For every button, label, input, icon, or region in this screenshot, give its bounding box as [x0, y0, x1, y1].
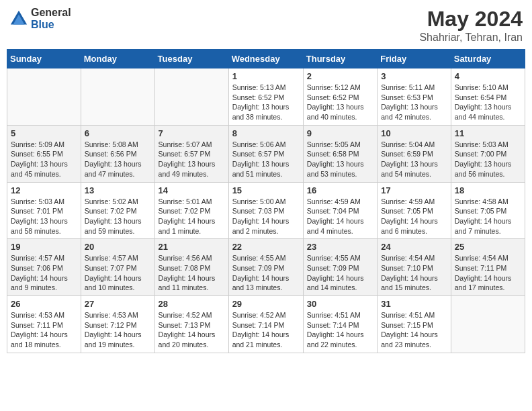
calendar-day-25: 25Sunrise: 4:54 AM Sunset: 7:11 PM Dayli…: [451, 239, 525, 296]
logo-text: General Blue: [31, 7, 71, 30]
calendar-day-12: 12Sunrise: 5:03 AM Sunset: 7:01 PM Dayli…: [7, 182, 81, 239]
day-number: 17: [381, 185, 447, 195]
calendar-day-15: 15Sunrise: 5:00 AM Sunset: 7:03 PM Dayli…: [228, 182, 303, 239]
calendar-day-2: 2Sunrise: 5:12 AM Sunset: 6:52 PM Daylig…: [303, 68, 377, 126]
day-info: Sunrise: 5:08 AM Sunset: 6:56 PM Dayligh…: [85, 140, 151, 179]
day-info: Sunrise: 5:04 AM Sunset: 6:59 PM Dayligh…: [381, 140, 447, 179]
day-number: 4: [455, 71, 521, 81]
calendar-day-empty: [7, 68, 81, 126]
calendar-week-row: 26Sunrise: 4:53 AM Sunset: 7:11 PM Dayli…: [7, 296, 525, 353]
day-number: 18: [455, 185, 521, 195]
calendar-day-10: 10Sunrise: 5:04 AM Sunset: 6:59 PM Dayli…: [378, 125, 451, 182]
calendar-day-17: 17Sunrise: 4:59 AM Sunset: 7:05 PM Dayli…: [378, 182, 451, 239]
calendar-location: Shahriar, Tehran, Iran: [419, 32, 523, 44]
header-tuesday: Tuesday: [154, 50, 228, 68]
calendar-day-18: 18Sunrise: 4:58 AM Sunset: 7:05 PM Dayli…: [451, 182, 525, 239]
day-number: 26: [11, 299, 77, 309]
day-info: Sunrise: 4:59 AM Sunset: 7:04 PM Dayligh…: [307, 197, 373, 236]
calendar-day-3: 3Sunrise: 5:11 AM Sunset: 6:53 PM Daylig…: [378, 68, 451, 126]
day-info: Sunrise: 4:57 AM Sunset: 7:07 PM Dayligh…: [85, 253, 151, 293]
calendar-day-20: 20Sunrise: 4:57 AM Sunset: 7:07 PM Dayli…: [81, 239, 154, 296]
day-info: Sunrise: 4:53 AM Sunset: 7:11 PM Dayligh…: [11, 310, 77, 350]
logo-blue: Blue: [31, 19, 71, 31]
day-info: Sunrise: 4:55 AM Sunset: 7:09 PM Dayligh…: [232, 253, 300, 293]
calendar-day-28: 28Sunrise: 4:52 AM Sunset: 7:13 PM Dayli…: [154, 296, 228, 353]
day-number: 30: [307, 299, 373, 309]
calendar-day-9: 9Sunrise: 5:05 AM Sunset: 6:58 PM Daylig…: [303, 125, 377, 182]
calendar-day-23: 23Sunrise: 4:55 AM Sunset: 7:09 PM Dayli…: [303, 239, 377, 296]
header-monday: Monday: [81, 50, 154, 68]
day-info: Sunrise: 5:01 AM Sunset: 7:02 PM Dayligh…: [159, 197, 225, 236]
day-info: Sunrise: 5:09 AM Sunset: 6:55 PM Dayligh…: [11, 140, 77, 179]
header-saturday: Saturday: [451, 50, 525, 68]
day-number: 2: [307, 71, 373, 81]
day-number: 10: [381, 128, 447, 138]
calendar-day-21: 21Sunrise: 4:56 AM Sunset: 7:08 PM Dayli…: [154, 239, 228, 296]
day-number: 19: [11, 242, 77, 252]
day-number: 7: [159, 128, 225, 138]
calendar-day-4: 4Sunrise: 5:10 AM Sunset: 6:54 PM Daylig…: [451, 68, 525, 126]
logo: General Blue: [9, 7, 71, 30]
day-number: 1: [232, 71, 300, 81]
day-number: 14: [159, 185, 225, 195]
day-number: 6: [85, 128, 151, 138]
title-area: May 2024 Shahriar, Tehran, Iran: [419, 7, 523, 44]
day-number: 9: [307, 128, 373, 138]
day-info: Sunrise: 5:11 AM Sunset: 6:53 PM Dayligh…: [381, 83, 447, 122]
calendar-day-empty: [451, 296, 525, 353]
calendar-day-19: 19Sunrise: 4:57 AM Sunset: 7:06 PM Dayli…: [7, 239, 81, 296]
day-number: 28: [159, 299, 225, 309]
day-number: 24: [381, 242, 447, 252]
day-info: Sunrise: 4:56 AM Sunset: 7:08 PM Dayligh…: [159, 253, 225, 293]
day-info: Sunrise: 5:12 AM Sunset: 6:52 PM Dayligh…: [307, 83, 373, 122]
day-info: Sunrise: 5:10 AM Sunset: 6:54 PM Dayligh…: [455, 83, 521, 122]
calendar-title: May 2024: [419, 7, 523, 32]
day-info: Sunrise: 4:55 AM Sunset: 7:09 PM Dayligh…: [307, 253, 373, 293]
day-number: 8: [232, 128, 300, 138]
calendar-day-empty: [81, 68, 154, 126]
calendar-week-row: 1Sunrise: 5:13 AM Sunset: 6:52 PM Daylig…: [7, 68, 525, 126]
logo-general: General: [31, 7, 71, 19]
day-info: Sunrise: 4:53 AM Sunset: 7:12 PM Dayligh…: [85, 310, 151, 350]
logo-icon: [9, 9, 28, 28]
day-info: Sunrise: 4:58 AM Sunset: 7:05 PM Dayligh…: [455, 197, 521, 236]
header-friday: Friday: [378, 50, 451, 68]
day-info: Sunrise: 5:00 AM Sunset: 7:03 PM Dayligh…: [232, 197, 300, 236]
calendar-day-empty: [154, 68, 228, 126]
day-number: 16: [307, 185, 373, 195]
calendar-day-30: 30Sunrise: 4:51 AM Sunset: 7:14 PM Dayli…: [303, 296, 377, 353]
calendar-day-22: 22Sunrise: 4:55 AM Sunset: 7:09 PM Dayli…: [228, 239, 303, 296]
day-info: Sunrise: 4:52 AM Sunset: 7:14 PM Dayligh…: [232, 310, 300, 350]
day-number: 15: [232, 185, 300, 195]
day-number: 29: [232, 299, 300, 309]
day-info: Sunrise: 4:51 AM Sunset: 7:15 PM Dayligh…: [381, 310, 447, 350]
day-info: Sunrise: 4:51 AM Sunset: 7:14 PM Dayligh…: [307, 310, 373, 350]
day-number: 3: [381, 71, 447, 81]
calendar-day-8: 8Sunrise: 5:06 AM Sunset: 6:57 PM Daylig…: [228, 125, 303, 182]
header-wednesday: Wednesday: [228, 50, 303, 68]
day-info: Sunrise: 5:03 AM Sunset: 7:01 PM Dayligh…: [11, 197, 77, 236]
calendar-day-24: 24Sunrise: 4:54 AM Sunset: 7:10 PM Dayli…: [378, 239, 451, 296]
calendar-table: SundayMondayTuesdayWednesdayThursdayFrid…: [7, 49, 525, 353]
calendar-day-16: 16Sunrise: 4:59 AM Sunset: 7:04 PM Dayli…: [303, 182, 377, 239]
day-info: Sunrise: 5:02 AM Sunset: 7:02 PM Dayligh…: [85, 197, 151, 236]
day-number: 25: [455, 242, 521, 252]
calendar-day-27: 27Sunrise: 4:53 AM Sunset: 7:12 PM Dayli…: [81, 296, 154, 353]
calendar-week-row: 12Sunrise: 5:03 AM Sunset: 7:01 PM Dayli…: [7, 182, 525, 239]
calendar-day-7: 7Sunrise: 5:07 AM Sunset: 6:57 PM Daylig…: [154, 125, 228, 182]
day-info: Sunrise: 4:52 AM Sunset: 7:13 PM Dayligh…: [159, 310, 225, 350]
day-info: Sunrise: 5:06 AM Sunset: 6:57 PM Dayligh…: [232, 140, 300, 179]
day-number: 21: [159, 242, 225, 252]
day-info: Sunrise: 5:05 AM Sunset: 6:58 PM Dayligh…: [307, 140, 373, 179]
day-number: 27: [85, 299, 151, 309]
calendar-day-6: 6Sunrise: 5:08 AM Sunset: 6:56 PM Daylig…: [81, 125, 154, 182]
day-number: 13: [85, 185, 151, 195]
calendar-day-13: 13Sunrise: 5:02 AM Sunset: 7:02 PM Dayli…: [81, 182, 154, 239]
header-thursday: Thursday: [303, 50, 377, 68]
calendar-day-14: 14Sunrise: 5:01 AM Sunset: 7:02 PM Dayli…: [154, 182, 228, 239]
day-info: Sunrise: 5:07 AM Sunset: 6:57 PM Dayligh…: [159, 140, 225, 179]
calendar-day-5: 5Sunrise: 5:09 AM Sunset: 6:55 PM Daylig…: [7, 125, 81, 182]
calendar-day-26: 26Sunrise: 4:53 AM Sunset: 7:11 PM Dayli…: [7, 296, 81, 353]
day-number: 11: [455, 128, 521, 138]
day-number: 5: [11, 128, 77, 138]
